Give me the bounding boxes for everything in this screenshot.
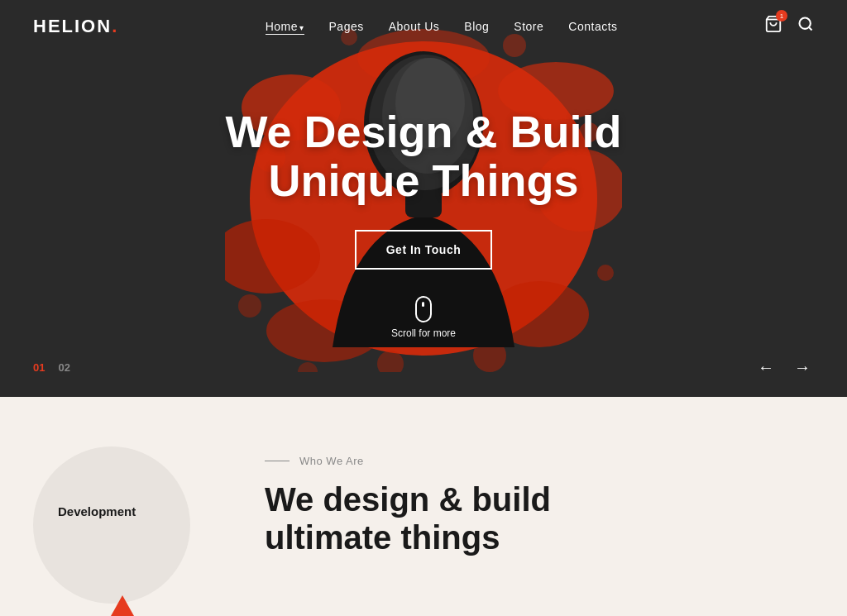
main-nav: Home▾ Pages About Us Blog Store Contacts [266, 20, 618, 33]
cart-badge: 1 [776, 10, 787, 21]
site-logo: HELION. [33, 16, 118, 37]
nav-item-about[interactable]: About Us [389, 20, 440, 33]
hero-bottom-bar: 01 02 ← → [0, 355, 847, 380]
who-we-are-block: Who We Are We design & build ultimate th… [265, 446, 814, 556]
hero-title: We Design & Build Unique Things [225, 107, 621, 206]
mouse-wheel [422, 302, 424, 307]
development-label: Development [58, 504, 136, 518]
cta-button[interactable]: Get In Touch [355, 230, 493, 270]
mouse-icon [415, 296, 432, 322]
triangle-graphic [99, 595, 146, 616]
slide-number-2[interactable]: 02 [58, 361, 69, 374]
next-arrow[interactable]: → [791, 355, 814, 380]
header-actions: 1 [764, 15, 814, 37]
nav-item-pages[interactable]: Pages [329, 20, 364, 33]
slide-numbers: 01 02 [33, 361, 70, 374]
nav-item-blog[interactable]: Blog [464, 20, 489, 33]
nav-arrow-home: ▾ [299, 23, 304, 32]
prev-arrow[interactable]: ← [754, 355, 778, 380]
scroll-label: Scroll for more [391, 327, 456, 339]
logo-dot: . [112, 16, 118, 36]
development-circle-graphic: Development [33, 446, 215, 616]
slide-number-1[interactable]: 01 [33, 361, 45, 374]
hero-content: We Design & Build Unique Things Get In T… [225, 107, 621, 340]
svg-line-2 [809, 27, 812, 31]
search-icon[interactable] [797, 16, 814, 36]
section-tag: Who We Are [299, 455, 364, 467]
cart-icon[interactable]: 1 [764, 15, 782, 37]
site-header: HELION. Home▾ Pages About Us Blog Store … [0, 0, 847, 52]
nav-item-home[interactable]: Home▾ [266, 20, 304, 33]
slide-arrows: ← → [754, 355, 814, 380]
nav-item-contacts[interactable]: Contacts [568, 20, 617, 33]
below-hero-section: Development Who We Are We design & build… [0, 397, 847, 616]
section-title: We design & build ultimate things [265, 480, 814, 556]
svg-point-1 [800, 18, 811, 29]
circle-background [33, 446, 190, 604]
scroll-indicator: Scroll for more [225, 296, 621, 339]
nav-item-store[interactable]: Store [514, 20, 543, 33]
hero-section: We Design & Build Unique Things Get In T… [0, 0, 847, 397]
section-label: Who We Are [265, 455, 814, 467]
